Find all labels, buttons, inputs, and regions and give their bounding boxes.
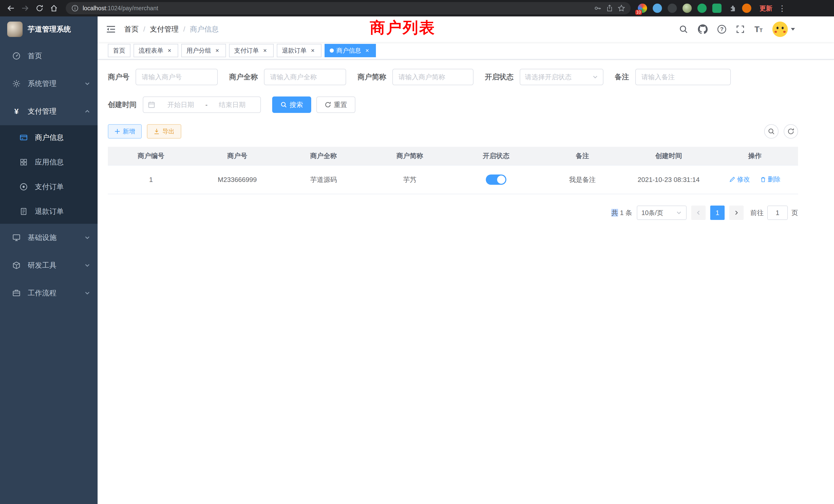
edit-link[interactable]: 修改 — [729, 175, 750, 183]
sidebar-item-dev-tools[interactable]: 研发工具 — [0, 251, 97, 279]
sidebar-item-label: 退款订单 — [35, 207, 90, 216]
merchant-no-input[interactable] — [136, 69, 218, 85]
tab-close-icon[interactable] — [261, 47, 269, 54]
remark-input[interactable] — [635, 69, 731, 85]
tab-close-icon[interactable] — [364, 47, 371, 54]
cell-merchant-id: 1 — [108, 165, 194, 194]
prev-page-button[interactable] — [691, 206, 706, 220]
page-1-button[interactable]: 1 — [710, 206, 725, 220]
bookmark-star-icon[interactable] — [617, 4, 626, 12]
field-label: 开启状态 — [485, 72, 513, 82]
breadcrumb-current: 商户信息 — [190, 24, 219, 34]
breadcrumb-payment[interactable]: 支付管理 — [150, 24, 179, 34]
tab-process-form[interactable]: 流程表单 — [133, 44, 178, 57]
payment-submenu: 商户信息 应用信息 支付订单 — [0, 125, 97, 224]
edit-link-label: 修改 — [737, 175, 750, 183]
browser-reload-button[interactable] — [33, 2, 46, 15]
tab-label: 支付订单 — [234, 46, 259, 55]
merchant-short-input[interactable] — [392, 69, 474, 85]
search-icon[interactable] — [679, 25, 688, 34]
date-range-picker[interactable]: 开始日期 - 结束日期 — [143, 96, 261, 113]
status-select[interactable]: 请选择开启状态 — [520, 69, 603, 85]
tab-pay-order[interactable]: 支付订单 — [229, 44, 274, 57]
browser-menu-icon[interactable] — [777, 3, 787, 14]
sidebar-item-system[interactable]: 系统管理 — [0, 70, 97, 97]
field-label: 商户简称 — [357, 72, 386, 82]
user-menu[interactable] — [772, 22, 795, 37]
tab-close-icon[interactable] — [309, 47, 316, 54]
document-icon — [18, 208, 30, 215]
tab-home[interactable]: 首页 — [108, 44, 130, 57]
tab-close-icon[interactable] — [166, 47, 173, 54]
cell-merchant-no: M233666999 — [194, 165, 280, 194]
sidebar-item-pay-order[interactable]: 支付订单 — [0, 175, 97, 199]
extension-icon-4[interactable] — [682, 4, 692, 13]
cell-merchant-short: 芋艿 — [367, 165, 453, 194]
column-header: 商户号 — [194, 147, 280, 165]
password-key-icon[interactable] — [594, 4, 602, 12]
tab-merchant-info[interactable]: 商户信息 — [325, 44, 376, 57]
extension-icon-6[interactable] — [712, 4, 722, 13]
active-dot — [330, 48, 334, 53]
sidebar-item-home[interactable]: 首页 — [0, 42, 97, 70]
status-toggle[interactable] — [486, 175, 506, 185]
merchant-name-input[interactable] — [264, 69, 346, 85]
delete-link[interactable]: 删除 — [760, 175, 781, 183]
tab-refund-order[interactable]: 退款订单 — [277, 44, 322, 57]
breadcrumb-home[interactable]: 首页 — [124, 24, 139, 34]
status-field: 开启状态 请选择开启状态 — [485, 69, 603, 85]
browser-update-button[interactable]: 更新 — [760, 4, 772, 13]
reset-button[interactable]: 重置 — [316, 96, 355, 113]
hamburger-icon[interactable] — [106, 24, 116, 35]
tab-label: 商户信息 — [336, 46, 361, 55]
user-avatar — [772, 22, 788, 37]
extension-icon-1[interactable]: 10 — [638, 4, 647, 13]
select-placeholder: 请选择开启状态 — [525, 73, 572, 82]
page-size-select[interactable]: 10条/页 — [637, 206, 687, 220]
sidebar-item-payment[interactable]: 支付管理 — [0, 97, 97, 125]
sidebar-item-refund-order[interactable]: 退款订单 — [0, 199, 97, 224]
goto-page-input[interactable] — [767, 206, 788, 220]
browser-forward-button[interactable] — [19, 2, 32, 15]
extension-icon-2[interactable] — [653, 4, 662, 13]
end-date-placeholder: 结束日期 — [208, 100, 256, 109]
sidebar-item-merchant-info[interactable]: 商户信息 — [0, 125, 97, 150]
search-button[interactable]: 搜索 — [272, 96, 311, 113]
cell-status — [453, 165, 539, 194]
page-content: 商户号 商户全称 商户简称 开启状态 请选择开启状态 — [97, 60, 834, 504]
toggle-search-button[interactable] — [764, 124, 778, 139]
github-icon[interactable] — [698, 24, 708, 34]
sidebar-item-infrastructure[interactable]: 基础设施 — [0, 224, 97, 251]
chevron-down-icon — [84, 81, 90, 87]
browser-home-button[interactable] — [47, 2, 61, 15]
chevron-down-icon — [592, 74, 598, 80]
start-date-placeholder: 开始日期 — [157, 100, 204, 109]
extension-badge: 10 — [635, 10, 642, 15]
share-icon[interactable] — [606, 4, 614, 12]
browser-back-button[interactable] — [4, 2, 18, 15]
tab-label: 首页 — [113, 46, 125, 55]
tab-user-group[interactable]: 用户分组 — [181, 44, 226, 57]
tab-close-icon[interactable] — [214, 47, 221, 54]
column-header: 创建时间 — [626, 147, 712, 165]
help-icon[interactable] — [718, 25, 726, 33]
sidebar-logo[interactable]: 芋道管理系统 — [0, 17, 97, 42]
extension-icon-5[interactable] — [697, 4, 707, 13]
sidebar-item-app-info[interactable]: 应用信息 — [0, 150, 97, 175]
extension-icon-3[interactable] — [667, 4, 677, 13]
sidebar-item-label: 研发工具 — [28, 260, 84, 270]
extensions-puzzle-icon[interactable] — [727, 4, 737, 13]
refresh-button[interactable] — [784, 124, 798, 139]
briefcase-icon — [10, 289, 23, 297]
site-info-icon[interactable] — [71, 4, 79, 12]
next-page-button[interactable] — [729, 206, 744, 220]
address-bar[interactable]: localhost:1024/pay/merchant — [66, 2, 631, 14]
profile-avatar-icon[interactable] — [742, 4, 751, 13]
font-size-icon[interactable] — [754, 25, 763, 34]
right-toolbar — [764, 124, 798, 139]
sidebar-item-workflow[interactable]: 工作流程 — [0, 279, 97, 307]
fullscreen-icon[interactable] — [736, 25, 745, 33]
export-button[interactable]: 导出 — [147, 124, 181, 139]
page-size-value: 10条/页 — [641, 209, 663, 217]
add-button[interactable]: 新增 — [108, 124, 142, 139]
